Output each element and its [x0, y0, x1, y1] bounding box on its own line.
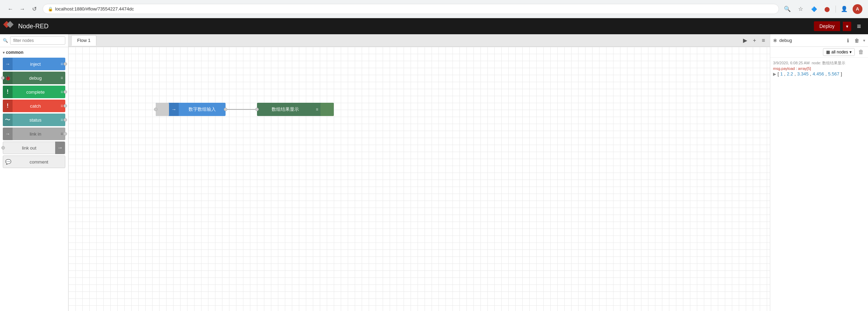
- comment-icon: 💬: [3, 156, 13, 168]
- flow-menu-button[interactable]: ≡: [760, 36, 767, 45]
- inject-port-right: [64, 62, 67, 66]
- val-3: 3.345: [797, 71, 809, 77]
- val-5: 5.567: [828, 71, 840, 77]
- app: Node-RED Deploy ▾ ≡ 🔍 ▾ common: [0, 18, 868, 311]
- all-nodes-filter-button[interactable]: ▦ all nodes ▾: [823, 48, 855, 56]
- palette-node-status[interactable]: 〜 status ≡: [3, 114, 65, 126]
- debug-label: debug: [13, 75, 58, 81]
- palette-nodes-common: → inject ≡ 🐞 debug ≡: [0, 56, 68, 169]
- canvas-node-output-square: [321, 103, 334, 116]
- status-icon: 〜: [3, 114, 13, 126]
- close-bracket: ]: [841, 71, 842, 77]
- common-section: ▾ common → inject ≡ 🐞: [0, 47, 68, 171]
- flow-tab-1-label: Flow 1: [77, 38, 90, 43]
- extension1-button[interactable]: 🔷: [809, 4, 819, 14]
- sep-2: ,: [795, 71, 796, 77]
- palette: ▾ common → inject ≡ 🐞: [0, 47, 68, 311]
- logo-icon: [4, 21, 15, 32]
- canvas-node-input-square-left: [156, 103, 169, 116]
- debug-filter-bar: ▦ all nodes ▾ 🗑: [770, 47, 868, 58]
- debug-timestamp: 3/9/2020, 6:08:25 AM: [773, 61, 810, 65]
- canvas-node-input-icon: →: [169, 103, 179, 116]
- search-browser-button[interactable]: 🔍: [782, 4, 792, 14]
- extension2-button[interactable]: ⬤: [822, 4, 832, 14]
- link-in-port-right: [64, 132, 67, 136]
- browser-actions: 🔍 ☆ 🔷 ⬤ 👤 A: [782, 4, 862, 14]
- catch-port-right: [64, 104, 67, 108]
- debug-panel-title: debug: [779, 38, 843, 43]
- palette-node-catch[interactable]: ! catch ≡: [3, 100, 65, 112]
- debug-node-name: node: 数组结果显示: [812, 61, 846, 65]
- complete-port-right: [64, 90, 67, 94]
- debug-port-left: [1, 76, 5, 80]
- reload-button[interactable]: ↺: [29, 4, 39, 14]
- palette-node-complete[interactable]: ! complete ≡: [3, 86, 65, 98]
- account-button[interactable]: 👤: [839, 4, 849, 14]
- separator: [836, 6, 836, 13]
- link-out-port-left: [1, 146, 5, 150]
- canvas-node-output-body: 数组结果显示: [257, 106, 314, 113]
- palette-node-link-out[interactable]: link out →: [3, 142, 65, 154]
- debug-trash-button[interactable]: 🗑: [853, 37, 861, 44]
- palette-node-debug[interactable]: 🐞 debug ≡: [3, 72, 65, 84]
- avatar[interactable]: A: [853, 4, 862, 14]
- lock-icon: 🔒: [48, 7, 53, 12]
- open-bracket: [: [778, 71, 779, 77]
- link-in-label: link in: [13, 131, 58, 137]
- val-1: 1: [780, 71, 783, 77]
- logo: Node-RED: [4, 21, 49, 32]
- filter-nodes-input[interactable]: [10, 36, 65, 45]
- topbar-right: Deploy ▾ ≡: [814, 21, 864, 32]
- section-label: common: [6, 50, 23, 55]
- catch-icon: !: [3, 100, 13, 112]
- filter-nodes-bar: 🔍: [0, 34, 68, 47]
- topbar-left: Node-RED: [4, 21, 49, 32]
- tab-actions: ▶ + ≡: [741, 36, 767, 45]
- palette-node-inject[interactable]: → inject ≡: [3, 58, 65, 70]
- val-2: 2.2: [787, 71, 793, 77]
- browser-chrome: ← → ↺ 🔒 localhost:1880/#flow/73554227.44…: [0, 0, 868, 18]
- main-content: 🔍 ▾ common → inject ≡: [0, 34, 868, 311]
- inject-icon: →: [3, 58, 13, 70]
- canvas-node-input-body: 数字数组输入: [179, 106, 226, 113]
- sep-1: ,: [784, 71, 786, 77]
- catch-label: catch: [13, 103, 58, 109]
- back-button[interactable]: ←: [6, 4, 15, 14]
- canvas-node-input[interactable]: → 数字数组输入: [156, 103, 226, 116]
- common-section-header[interactable]: ▾ common: [0, 49, 68, 56]
- flow-canvas[interactable]: → 数字数组输入 数组结果显示 ≡: [68, 47, 770, 311]
- link-out-label: link out: [3, 145, 55, 151]
- debug-message-value: ▶ [ 1 , 2.2 , 3.345 , 4.456 , 5.567 ]: [773, 71, 865, 77]
- expand-arrow[interactable]: ▶: [773, 72, 776, 77]
- clear-debug-button[interactable]: 🗑: [857, 48, 865, 56]
- complete-label: complete: [13, 89, 58, 95]
- palette-node-link-in[interactable]: → link in ≡: [3, 128, 65, 140]
- debug-info-button[interactable]: ℹ: [845, 37, 851, 44]
- menu-button[interactable]: ≡: [854, 21, 864, 32]
- canvas-node-output[interactable]: 数组结果显示 ≡: [257, 103, 334, 116]
- flow-tabs-bar: Flow 1 ▶ + ≡: [68, 34, 770, 47]
- canvas-node-output-port-left: [255, 108, 259, 111]
- deploy-button[interactable]: Deploy: [814, 21, 840, 31]
- filter-chevron-icon: ▾: [849, 50, 852, 55]
- flow-tab-1[interactable]: Flow 1: [71, 35, 96, 46]
- canvas-node-input-port-left: [154, 108, 157, 111]
- deploy-label: Deploy: [819, 23, 835, 29]
- right-panel-header: ✱ debug ℹ 🗑 ▾: [770, 34, 868, 47]
- add-flow-button[interactable]: +: [751, 36, 758, 45]
- right-panel: ✱ debug ℹ 🗑 ▾ ▦ all nodes ▾ 🗑 3/9/2020, …: [770, 34, 868, 311]
- debug-menu[interactable]: ≡: [58, 72, 65, 84]
- address-bar[interactable]: 🔒 localhost:1880/#flow/73554227.4474dc: [43, 4, 779, 14]
- run-flow-button[interactable]: ▶: [741, 36, 749, 45]
- search-icon: 🔍: [3, 38, 8, 43]
- palette-node-comment[interactable]: 💬 comment: [3, 156, 65, 168]
- bookmark-button[interactable]: ☆: [796, 4, 806, 14]
- forward-button[interactable]: →: [17, 4, 27, 14]
- canvas-node-output-menu[interactable]: ≡: [314, 103, 321, 116]
- debug-message-meta: 3/9/2020, 6:08:25 AM node: 数组结果显示: [773, 60, 865, 66]
- status-port-right: [64, 118, 67, 122]
- deploy-dropdown-button[interactable]: ▾: [843, 22, 851, 31]
- panel-chevron: ▾: [863, 38, 865, 43]
- link-out-icon: →: [55, 142, 65, 154]
- canvas-node-input-port-right: [224, 108, 227, 111]
